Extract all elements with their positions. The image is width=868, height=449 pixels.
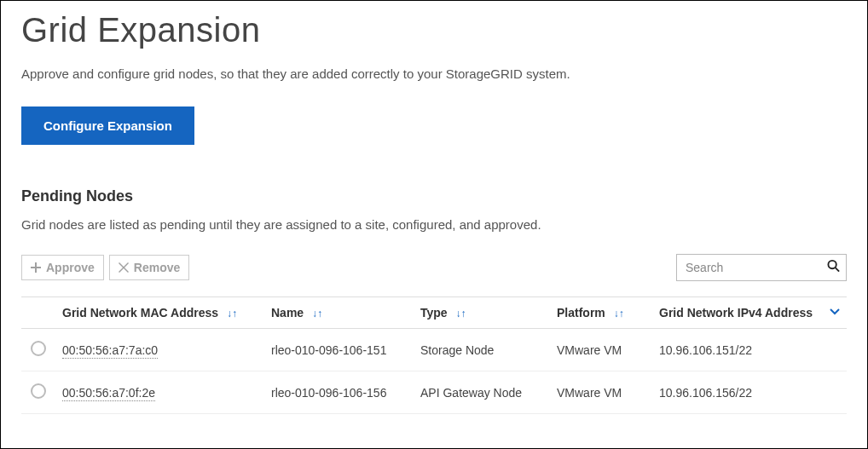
page-description: Approve and configure grid nodes, so tha… xyxy=(21,66,847,81)
col-header-platform-label: Platform xyxy=(557,306,605,319)
search-box xyxy=(676,254,847,281)
search-input[interactable] xyxy=(676,254,847,281)
table-row[interactable]: 00:50:56:a7:0f:2e rleo-010-096-106-156 A… xyxy=(21,371,847,414)
col-header-type[interactable]: Type ↓↑ xyxy=(414,297,550,329)
close-icon xyxy=(119,262,129,273)
approve-button-label: Approve xyxy=(46,261,95,274)
cell-name: rleo-010-096-106-156 xyxy=(271,386,386,400)
pending-nodes-title: Pending Nodes xyxy=(21,187,847,205)
col-header-mac-label: Grid Network MAC Address xyxy=(62,306,218,319)
sort-icon[interactable]: ↓↑ xyxy=(312,308,322,319)
svg-line-1 xyxy=(836,268,839,271)
row-radio[interactable] xyxy=(31,341,46,356)
row-radio[interactable] xyxy=(31,383,46,399)
search-icon[interactable] xyxy=(827,260,840,276)
remove-button[interactable]: Remove xyxy=(109,255,189,280)
cell-type: API Gateway Node xyxy=(420,386,522,400)
svg-point-0 xyxy=(828,261,836,268)
col-header-name-label: Name xyxy=(271,306,304,319)
pending-nodes-toolbar: Approve Remove xyxy=(21,254,847,281)
cell-name: rleo-010-096-106-151 xyxy=(271,343,386,357)
cell-platform: VMware VM xyxy=(557,343,622,357)
pending-nodes-description: Grid nodes are listed as pending until t… xyxy=(21,217,847,232)
configure-expansion-button[interactable]: Configure Expansion xyxy=(21,106,194,145)
chevron-down-icon[interactable] xyxy=(830,306,840,319)
col-header-ip[interactable]: Grid Network IPv4 Address xyxy=(652,297,847,329)
remove-button-label: Remove xyxy=(134,261,180,274)
approve-button[interactable]: Approve xyxy=(21,255,104,280)
cell-ip: 10.96.106.156/22 xyxy=(659,386,752,400)
page-title: Grid Expansion xyxy=(21,11,847,49)
col-header-type-label: Type xyxy=(420,306,448,319)
col-header-mac[interactable]: Grid Network MAC Address ↓↑ xyxy=(55,297,264,329)
col-header-name[interactable]: Name ↓↑ xyxy=(264,297,414,329)
sort-icon[interactable]: ↓↑ xyxy=(456,308,466,319)
cell-type: Storage Node xyxy=(420,343,494,357)
cell-mac: 00:50:56:a7:0f:2e xyxy=(62,386,155,401)
cell-ip: 10.96.106.151/22 xyxy=(659,343,752,357)
col-header-platform[interactable]: Platform ↓↑ xyxy=(550,297,652,329)
pending-nodes-table: Grid Network MAC Address ↓↑ Name ↓↑ Type… xyxy=(21,296,847,414)
cell-mac: 00:50:56:a7:7a:c0 xyxy=(62,343,158,359)
col-header-ip-label: Grid Network IPv4 Address xyxy=(659,306,813,319)
plus-icon xyxy=(31,262,41,273)
table-row[interactable]: 00:50:56:a7:7a:c0 rleo-010-096-106-151 S… xyxy=(21,329,847,371)
sort-icon[interactable]: ↓↑ xyxy=(227,308,237,319)
cell-platform: VMware VM xyxy=(557,386,622,400)
sort-icon[interactable]: ↓↑ xyxy=(614,308,624,319)
